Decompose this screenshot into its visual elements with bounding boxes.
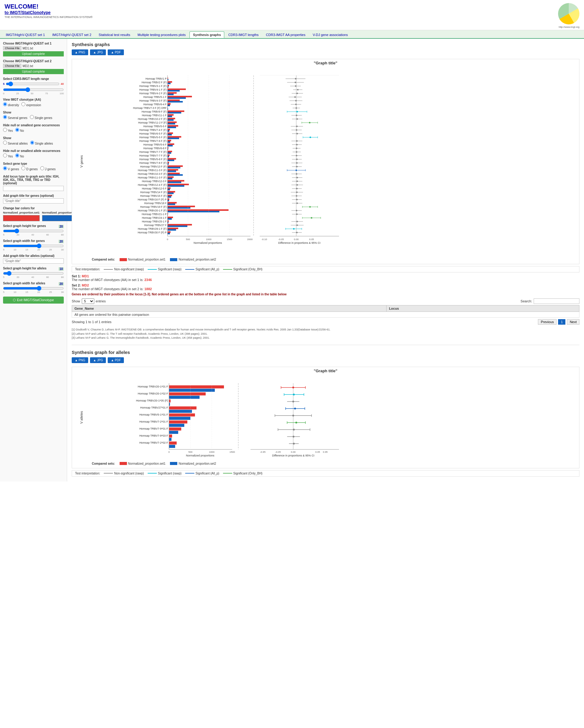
alleles-png-btn[interactable]: ▲ PNG (72, 357, 88, 363)
table-note-cell: All genes are ordered for this pairwise … (72, 312, 579, 318)
alleles-pdf-btn[interactable]: ▲ PDF (108, 357, 124, 363)
locus-input[interactable] (3, 186, 64, 191)
svg-rect-58 (168, 103, 171, 105)
graph-title-alleles-input[interactable] (3, 258, 64, 264)
several-genes-radio[interactable] (3, 115, 7, 119)
col-gene-name[interactable]: Gene_Name (72, 306, 387, 312)
col-locus[interactable]: Locus (386, 306, 579, 312)
content-area: Synthesis graphs ▲ PNG ▲ JPG ▲ PDF "Grap… (67, 39, 584, 482)
svg-rect-93 (168, 167, 180, 168)
svg-point-166 (296, 107, 297, 109)
show-alleles-section: Show Several alleles Single alleles (3, 136, 64, 146)
ref-2: [2] Lefranc M-P and Lefranc G. The T cel… (72, 332, 579, 336)
exit-btn[interactable]: ⬡ Exit IMGT/StatClonotype (3, 296, 64, 304)
v-genes-radio[interactable] (3, 166, 7, 170)
single-alleles-radio[interactable] (30, 141, 34, 145)
tab-stats[interactable]: Statistical test results (95, 31, 133, 38)
hide-no-radio[interactable] (15, 128, 19, 132)
show-alleles-radio-group: Several alleles Single alleles (3, 141, 64, 146)
cdr3-max-slider[interactable] (3, 87, 64, 92)
page-1-btn[interactable]: 1 (558, 319, 565, 324)
svg-text:Homsap TRBV10-3 F (F): Homsap TRBV10-3 F (F) (138, 173, 167, 176)
svg-point-323 (293, 436, 295, 438)
alleles-ti-nonsig: Non-significant (rawp) (104, 472, 144, 475)
set2-choose-btn[interactable]: Choose File (3, 64, 21, 68)
genes-chart-area: "Graph title" V genes Homsap TRBV1 P Hom… (72, 59, 579, 264)
svg-text:Homsap TRBV7-9*03 F: Homsap TRBV7-9*03 F (139, 434, 169, 437)
svg-point-168 (297, 111, 298, 112)
view-diversity-radio[interactable] (3, 102, 7, 106)
svg-rect-126 (168, 228, 178, 229)
tab-imgt1[interactable]: IMGT/HighV-QUEST set 1 (2, 31, 48, 38)
svg-point-184 (297, 133, 298, 134)
cdr3-min-slider[interactable] (6, 81, 59, 86)
welcome-text: WELCOME! (5, 3, 93, 10)
svg-text:Homsap TRBV5-6 F: Homsap TRBV5-6 F (144, 143, 167, 146)
svg-text:Homsap TRBV14 F (F): Homsap TRBV14 F (F) (140, 191, 167, 194)
graph-title-genes-input[interactable] (3, 198, 64, 204)
svg-text:Homsap TRBV6-8 F: Homsap TRBV6-8 F (144, 147, 167, 150)
svg-rect-101 (168, 182, 181, 183)
alleles-ti-sig-allp-line (185, 473, 194, 473)
app-name[interactable]: to IMGT/StatClonotype (5, 10, 93, 15)
graph-width-alleles-slider[interactable] (3, 286, 64, 291)
info-set2-name: MD2 (82, 283, 89, 287)
svg-rect-105 (168, 189, 170, 190)
svg-rect-81 (168, 145, 173, 147)
set1-upload-btn[interactable]: Upload complete (3, 51, 64, 56)
height-genes-label-row: Select graph height for genes 20 (3, 224, 64, 229)
svg-rect-91 (168, 163, 169, 165)
ti-sig-bh: Significant (Only_BH) (223, 267, 263, 271)
svg-text:Difference in proportions & 95: Difference in proportions & 95% CI (272, 454, 314, 457)
set2-upload-btn[interactable]: Upload complete (3, 69, 64, 74)
svg-rect-269 (169, 417, 191, 420)
j-genes-radio[interactable] (40, 166, 44, 170)
locus-section: Add locus type to graph axis title: IGH,… (3, 175, 64, 191)
svg-text:1500: 1500 (229, 451, 235, 453)
svg-text:-0.05: -0.05 (275, 451, 281, 453)
svg-point-214 (297, 181, 298, 182)
svg-rect-85 (168, 152, 171, 154)
hide-allele-label: Hide null or smallest allele occurrences (3, 149, 64, 153)
view-expression-radio[interactable] (21, 102, 25, 106)
graph-width-genes-slider[interactable] (3, 243, 64, 249)
svg-text:Homsap TRBV3-1 F (F): Homsap TRBV3-1 F (F) (139, 84, 167, 87)
svg-text:Homsap TRBV5-8 F (F): Homsap TRBV5-8 F (F) (139, 158, 167, 161)
genes-png-btn[interactable]: ▲ PNG (72, 49, 88, 55)
graph-height-alleles-slider[interactable] (3, 271, 64, 276)
cdr3-max: 40 (61, 82, 64, 85)
hide-yes-radio[interactable] (3, 128, 7, 132)
svg-text:Homsap TRBV2 F (F): Homsap TRBV2 F (F) (142, 81, 167, 84)
svg-rect-73 (168, 130, 169, 132)
next-btn[interactable]: Next (567, 319, 579, 324)
set1-choose-btn[interactable]: Choose File (3, 46, 21, 50)
tab-mtp[interactable]: Multiple testing procedures plots (134, 31, 189, 38)
svg-text:Homsap TRBV7-2*01 F: Homsap TRBV7-2*01 F (139, 420, 169, 423)
tab-cdr3[interactable]: CDR3-IMGT lengths (225, 31, 262, 38)
svg-rect-57 (168, 101, 183, 103)
hide-allele-yes-radio[interactable] (3, 154, 7, 157)
tab-aa[interactable]: CDR3-IMGT AA properties (263, 31, 309, 38)
svg-rect-74 (168, 132, 173, 134)
prev-btn[interactable]: Previous (538, 319, 557, 324)
graph-height-genes-slider[interactable] (3, 229, 64, 233)
tab-vdj[interactable]: V-DJ gene associations (309, 31, 351, 38)
cdr3-section: Select CDR3-IMGT length range 5 40 02550… (3, 77, 64, 95)
svg-rect-272 (169, 427, 181, 431)
entries-select[interactable]: 51025 (82, 298, 94, 304)
genes-jpg-btn[interactable]: ▲ JPG (90, 49, 106, 55)
svg-point-180 (296, 126, 298, 127)
d-genes-radio[interactable] (21, 166, 25, 170)
svg-text:Homsap TRBV11-3 F (F): Homsap TRBV11-3 F (F) (138, 176, 167, 179)
search-input[interactable] (534, 298, 579, 304)
genes-pdf-btn[interactable]: ▲ PDF (108, 49, 124, 55)
several-alleles-radio[interactable] (3, 141, 7, 145)
tab-synthesis[interactable]: Synthesis graphs (189, 31, 224, 38)
color1-swatch[interactable] (3, 215, 40, 221)
hide-allele-no-radio[interactable] (15, 154, 19, 157)
svg-text:Homsap TRBV7-4 F (F): Homsap TRBV7-4 F (F) (139, 128, 167, 131)
svg-point-234 (296, 214, 298, 215)
alleles-jpg-btn[interactable]: ▲ JPG (90, 357, 106, 363)
tab-imgt2[interactable]: IMGT/HighV-QUEST set 2 (49, 31, 95, 38)
single-genes-radio[interactable] (30, 115, 34, 119)
